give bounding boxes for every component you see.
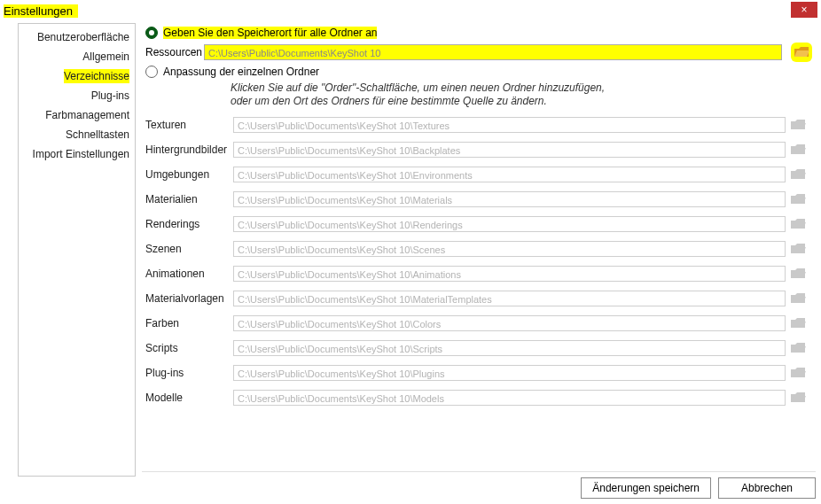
- folder-row: AnimationenC:\Users\Public\Documents\Key…: [145, 266, 810, 282]
- close-button[interactable]: ×: [791, 2, 817, 18]
- resources-folder-browse-button[interactable]: [791, 43, 812, 62]
- folder-browse-button[interactable]: [789, 142, 807, 158]
- sidebar-item-label: Allgemein: [82, 50, 129, 63]
- folder-row: RenderingsC:\Users\Public\Documents\KeyS…: [145, 216, 810, 232]
- resources-row: Ressourcen C:\Users\Public\Documents\Key…: [145, 43, 816, 62]
- folder-row: SzenenC:\Users\Public\Documents\KeyShot …: [145, 241, 810, 257]
- folder-icon: [794, 46, 809, 58]
- folder-icon: [790, 193, 806, 205]
- folder-path-input[interactable]: C:\Users\Public\Documents\KeyShot 10\Bac…: [233, 142, 786, 158]
- folder-row: Plug-insC:\Users\Public\Documents\KeySho…: [145, 365, 810, 381]
- folder-path-input[interactable]: C:\Users\Public\Documents\KeyShot 10\Scr…: [233, 340, 786, 356]
- sidebar-item-1[interactable]: Allgemein: [19, 47, 135, 66]
- sidebar: BenutzeroberflächeAllgemeinVerzeichnisse…: [18, 23, 136, 477]
- close-icon: ×: [801, 4, 807, 16]
- cancel-button[interactable]: Abbrechen: [718, 477, 816, 499]
- folder-row: TexturenC:\Users\Public\Documents\KeySho…: [145, 117, 810, 133]
- sidebar-item-4[interactable]: Farbmanagement: [19, 105, 135, 125]
- folder-row: MaterialienC:\Users\Public\Documents\Key…: [145, 191, 810, 207]
- folder-row: ScriptsC:\Users\Public\Documents\KeyShot…: [145, 340, 810, 356]
- resources-path-input[interactable]: C:\Users\Public\Documents\KeyShot 10: [204, 44, 782, 60]
- folder-icon: [790, 119, 806, 131]
- sidebar-item-3[interactable]: Plug-ins: [19, 86, 135, 105]
- folder-browse-button[interactable]: [789, 266, 807, 282]
- sidebar-item-0[interactable]: Benutzeroberfläche: [19, 27, 135, 47]
- folder-browse-button[interactable]: [789, 241, 807, 257]
- folder-row: MaterialvorlagenC:\Users\Public\Document…: [145, 291, 810, 306]
- folder-label: Materialien: [145, 193, 230, 205]
- folder-label: Modelle: [145, 392, 230, 404]
- folder-icon: [790, 317, 806, 330]
- folder-browse-button[interactable]: [789, 315, 807, 331]
- folder-icon: [790, 342, 806, 354]
- folder-label: Plug-ins: [145, 367, 230, 379]
- resources-label: Ressourcen: [145, 46, 199, 58]
- folder-path-input[interactable]: C:\Users\Public\Documents\KeyShot 10\Ren…: [233, 216, 786, 232]
- footer-buttons: Änderungen speichern Abbrechen: [581, 477, 816, 499]
- folder-label: Renderings: [145, 218, 230, 230]
- folder-path-input[interactable]: C:\Users\Public\Documents\KeyShot 10\Env…: [233, 167, 786, 182]
- folder-browse-button[interactable]: [789, 340, 807, 356]
- folder-row: ModelleC:\Users\Public\Documents\KeyShot…: [145, 390, 810, 406]
- folder-browse-button[interactable]: [789, 191, 807, 207]
- folder-row: HintergrundbilderC:\Users\Public\Documen…: [145, 142, 810, 158]
- sidebar-item-label: Farbmanagement: [45, 109, 129, 121]
- folder-browse-button[interactable]: [789, 216, 807, 232]
- folder-label: Texturen: [145, 119, 230, 131]
- folder-path-input[interactable]: C:\Users\Public\Documents\KeyShot 10\Mod…: [233, 390, 786, 406]
- radio-all-folders-row[interactable]: Geben Sie den Speicherort für alle Ordne…: [145, 27, 816, 39]
- radio-all-folders[interactable]: [145, 27, 158, 39]
- folder-path-input[interactable]: C:\Users\Public\Documents\KeyShot 10\Ani…: [233, 266, 786, 282]
- folder-browse-button[interactable]: [789, 117, 807, 133]
- folder-icon: [790, 243, 806, 255]
- sidebar-item-label: Schnelltasten: [66, 128, 129, 141]
- folder-path-input[interactable]: C:\Users\Public\Documents\KeyShot 10\Sce…: [233, 241, 786, 257]
- folder-browse-button[interactable]: [789, 291, 807, 306]
- window-title: Einstellungen: [4, 4, 78, 18]
- folder-icon: [790, 292, 806, 305]
- folder-path-input[interactable]: C:\Users\Public\Documents\KeyShot 10\Mat…: [233, 191, 786, 207]
- folder-label: Animationen: [145, 268, 230, 280]
- save-button[interactable]: Änderungen speichern: [581, 477, 711, 499]
- folder-list: TexturenC:\Users\Public\Documents\KeySho…: [142, 117, 816, 406]
- folder-icon: [790, 367, 806, 379]
- radio-all-folders-label: Geben Sie den Speicherort für alle Ordne…: [163, 27, 377, 39]
- folder-browse-button[interactable]: [789, 390, 807, 406]
- sidebar-item-6[interactable]: Import Einstellungen: [19, 144, 135, 164]
- folder-icon: [790, 218, 806, 230]
- main-panel: Geben Sie den Speicherort für alle Ordne…: [142, 23, 816, 504]
- separator: [142, 471, 816, 472]
- folder-browse-button[interactable]: [789, 167, 807, 182]
- sidebar-item-2[interactable]: Verzeichnisse: [19, 66, 135, 86]
- folder-browse-button[interactable]: [789, 365, 807, 381]
- folder-row: FarbenC:\Users\Public\Documents\KeyShot …: [145, 315, 810, 331]
- radio-individual-folders[interactable]: [145, 66, 158, 78]
- folder-path-input[interactable]: C:\Users\Public\Documents\KeyShot 10\Mat…: [233, 291, 786, 306]
- radio-individual-folders-label: Anpassung der einzelnen Ordner: [163, 66, 319, 78]
- help-line-2: oder um den Ort des Ordners für eine bes…: [231, 95, 816, 108]
- help-text: Klicken Sie auf die "Order"-Schaltfläche…: [231, 81, 816, 108]
- folder-label: Scripts: [145, 342, 230, 354]
- sidebar-item-label: Verzeichnisse: [64, 69, 129, 83]
- radio-individual-folders-row[interactable]: Anpassung der einzelnen Ordner: [145, 66, 816, 78]
- folder-path-input[interactable]: C:\Users\Public\Documents\KeyShot 10\Tex…: [233, 117, 786, 133]
- folder-icon: [790, 143, 806, 156]
- folder-icon: [790, 268, 806, 280]
- titlebar: Einstellungen ×: [0, 0, 821, 21]
- folder-icon: [790, 168, 806, 181]
- folder-label: Farben: [145, 317, 230, 330]
- folder-path-input[interactable]: C:\Users\Public\Documents\KeyShot 10\Col…: [233, 315, 786, 331]
- sidebar-item-label: Plug-ins: [91, 89, 129, 102]
- sidebar-item-label: Import Einstellungen: [33, 148, 129, 160]
- folder-path-input[interactable]: C:\Users\Public\Documents\KeyShot 10\Plu…: [233, 365, 786, 381]
- folder-label: Szenen: [145, 243, 230, 255]
- folder-icon: [790, 392, 806, 404]
- folder-label: Hintergrundbilder: [145, 143, 230, 156]
- folder-label: Materialvorlagen: [145, 292, 230, 305]
- folder-label: Umgebungen: [145, 168, 230, 181]
- sidebar-item-label: Benutzeroberfläche: [37, 31, 129, 43]
- folder-row: UmgebungenC:\Users\Public\Documents\KeyS…: [145, 167, 810, 182]
- sidebar-item-5[interactable]: Schnelltasten: [19, 125, 135, 144]
- help-line-1: Klicken Sie auf die "Order"-Schaltfläche…: [231, 81, 816, 95]
